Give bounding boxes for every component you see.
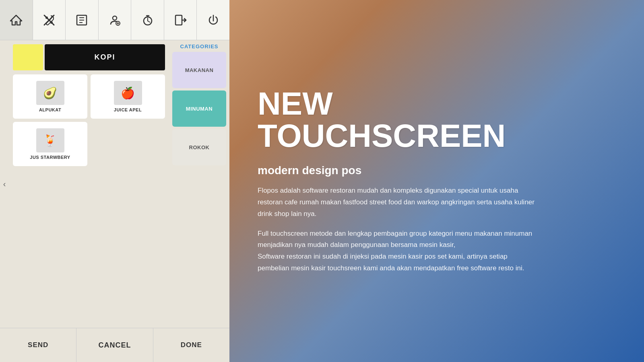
- categories-panel: CATEGORIES MAKANAN MINUMAN ROKOK: [169, 40, 229, 328]
- kopi-label[interactable]: KOPI: [45, 44, 165, 70]
- power-button[interactable]: [197, 0, 229, 40]
- right-desc1: Flopos adalah software restoran mudah da…: [258, 185, 539, 220]
- right-subtitle: modern design pos: [258, 164, 616, 177]
- kopi-yellow-indicator: [13, 44, 43, 70]
- product-area: KOPI 🥑 ALPUKAT 🍎 JUICE APEL 🍹 JUS STARWB…: [9, 40, 169, 328]
- main-area: ‹ KOPI 🥑 ALPUKAT 🍎 JUICE APEL 🍹: [0, 40, 229, 328]
- kopi-row: KOPI: [13, 44, 165, 70]
- alpukat-name: ALPUKAT: [39, 107, 61, 112]
- done-button[interactable]: DONE: [153, 328, 229, 362]
- right-panel: NEW TOUCHSCREEN modern design pos Flopos…: [229, 0, 644, 362]
- left-panel: ‹ KOPI 🥑 ALPUKAT 🍎 JUICE APEL 🍹: [0, 0, 229, 362]
- svg-rect-18: [175, 15, 182, 25]
- cancel-button[interactable]: CANCEL: [76, 328, 153, 362]
- juice-apel-image: 🍎: [114, 81, 142, 105]
- right-desc2: Full touchscreen metode dan lengkap pemb…: [258, 228, 539, 275]
- category-makanan-button[interactable]: MAKANAN: [172, 52, 226, 88]
- alpukat-image: 🥑: [36, 81, 64, 105]
- user-settings-button[interactable]: [99, 0, 132, 40]
- product-card-alpukat[interactable]: 🥑 ALPUKAT: [13, 74, 87, 119]
- svg-line-15: [148, 21, 150, 22]
- list-button[interactable]: [66, 0, 99, 40]
- send-button[interactable]: SEND: [0, 328, 76, 362]
- svg-point-9: [113, 16, 117, 20]
- timer-button[interactable]: [131, 0, 164, 40]
- logout-button[interactable]: [164, 0, 197, 40]
- right-title-new: NEW: [258, 88, 616, 120]
- jus-starwbery-name: JUS STARWBERY: [30, 155, 70, 160]
- product-card-empty: [91, 122, 165, 166]
- categories-title: CATEGORIES: [172, 40, 226, 52]
- svg-marker-0: [10, 15, 22, 25]
- juice-apel-name: JUICE APEL: [114, 107, 142, 112]
- toolbar: [0, 0, 229, 40]
- tools-button[interactable]: [33, 0, 66, 40]
- jus-starwbery-image: 🍹: [36, 128, 64, 152]
- category-rokok-button[interactable]: ROKOK: [172, 129, 226, 165]
- product-card-juice-apel[interactable]: 🍎 JUICE APEL: [91, 74, 165, 119]
- product-grid: 🥑 ALPUKAT 🍎 JUICE APEL 🍹 JUS STARWBERY: [13, 74, 165, 166]
- scroll-left-button[interactable]: ‹: [0, 40, 9, 328]
- bottom-bar: SEND CANCEL DONE: [0, 328, 229, 362]
- home-button[interactable]: [0, 0, 33, 40]
- category-minuman-button[interactable]: MINUMAN: [172, 90, 226, 127]
- product-card-jus-starwbery[interactable]: 🍹 JUS STARWBERY: [13, 122, 87, 166]
- right-title-touchscreen: TOUCHSCREEN: [258, 120, 616, 152]
